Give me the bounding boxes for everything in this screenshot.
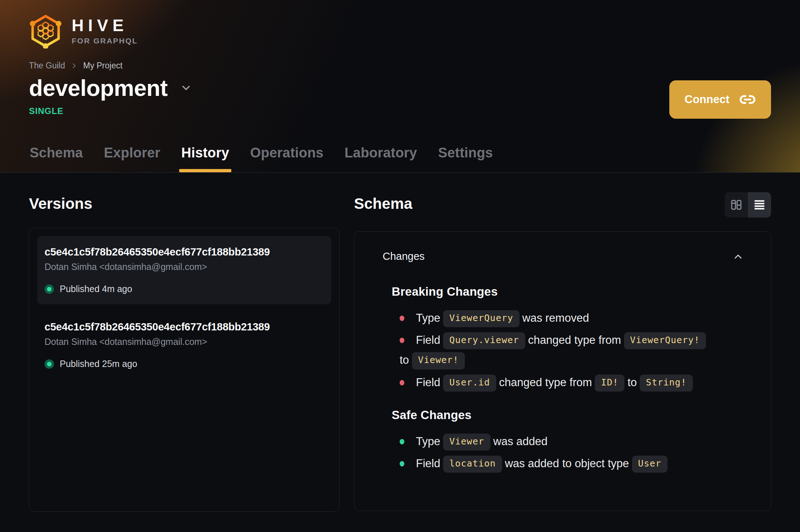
- breadcrumb-project[interactable]: My Project: [83, 61, 123, 71]
- tab-history[interactable]: History: [181, 145, 230, 172]
- connect-button[interactable]: Connect: [669, 80, 771, 119]
- published-status-icon: [45, 359, 54, 369]
- change-list: TypeViewerQuerywas removedFieldQuery.vie…: [392, 308, 744, 392]
- page-title: development: [29, 75, 168, 101]
- versions-panel: c5e4c1c5f78b26465350e4ecf677cf188bb21389…: [29, 228, 340, 512]
- versions-column: Versions c5e4c1c5f78b26465350e4ecf677cf1…: [29, 195, 340, 512]
- changes-title: Changes: [383, 250, 425, 262]
- tab-bar: SchemaExplorerHistoryOperationsLaborator…: [29, 145, 494, 172]
- breadcrumb: The Guild My Project: [29, 61, 771, 71]
- code-chip: ID!: [595, 375, 624, 392]
- change-bullet-icon: [400, 380, 404, 385]
- code-chip: Viewer!: [412, 352, 465, 369]
- version-card[interactable]: c5e4c1c5f78b26465350e4ecf677cf188bb21389…: [37, 311, 331, 379]
- change-segment-group: toViewer!: [400, 354, 468, 366]
- hive-app: HIVE FOR GRAPHQL The Guild My Project de…: [0, 0, 800, 532]
- changes-sections: Breaking ChangesTypeViewerQuerywas remov…: [383, 285, 744, 473]
- change-item: TypeViewerwas added: [400, 431, 744, 451]
- version-status-text: Published 25m ago: [60, 359, 137, 369]
- change-bullet-icon: [400, 439, 404, 444]
- version-author: Dotan Simha <dotansimha@gmail.com>: [45, 262, 324, 272]
- version-list: c5e4c1c5f78b26465350e4ecf677cf188bb21389…: [37, 236, 331, 379]
- list-rows-icon: [753, 198, 766, 211]
- change-bullet-icon: [400, 461, 404, 466]
- tab-settings[interactable]: Settings: [437, 145, 494, 172]
- code-chip: Query.viewer: [443, 332, 525, 349]
- header: HIVE FOR GRAPHQL The Guild My Project de…: [0, 0, 800, 173]
- version-status-row: Published 4m ago: [45, 284, 324, 294]
- change-item: Fieldlocationwas added to object typeUse…: [400, 453, 744, 473]
- tab-operations[interactable]: Operations: [249, 145, 324, 172]
- view-toggle: [725, 192, 771, 218]
- change-list: TypeViewerwas addedFieldlocationwas adde…: [392, 431, 744, 473]
- schema-heading: Schema: [354, 195, 412, 212]
- brand-text: HIVE FOR GRAPHQL: [72, 17, 138, 45]
- version-hash: c5e4c1c5f78b26465350e4ecf677cf188bb21389: [45, 246, 324, 258]
- change-item: FieldQuery.viewerchanged type fromViewer…: [400, 330, 744, 370]
- change-item: TypeViewerQuerywas removed: [400, 308, 744, 328]
- code-chip: ViewerQuery: [443, 310, 519, 327]
- code-chip: User: [632, 456, 668, 473]
- changes-panel: Changes Breaking ChangesTypeViewerQueryw…: [354, 231, 771, 511]
- target-switcher-chevron-down-icon[interactable]: [180, 82, 192, 94]
- version-hash: c5e4c1c5f78b26465350e4ecf677cf188bb21389: [45, 321, 324, 333]
- tab-explorer[interactable]: Explorer: [103, 145, 161, 172]
- chevron-right-icon: [70, 62, 78, 70]
- collapse-chevron-up-icon[interactable]: [732, 251, 744, 262]
- versions-heading: Versions: [29, 195, 340, 212]
- change-section: Breaking ChangesTypeViewerQuerywas remov…: [383, 285, 744, 392]
- brand-name: HIVE: [72, 17, 138, 34]
- change-section-title: Breaking Changes: [392, 285, 744, 299]
- connect-label: Connect: [685, 93, 729, 106]
- main-content: Versions c5e4c1c5f78b26465350e4ecf677cf1…: [0, 173, 800, 512]
- code-chip: ViewerQuery!: [624, 332, 706, 349]
- change-bullet-icon: [400, 316, 404, 321]
- code-chip: location: [443, 456, 502, 473]
- brand-tagline: FOR GRAPHQL: [72, 37, 138, 45]
- brand-logo[interactable]: HIVE FOR GRAPHQL: [29, 14, 195, 48]
- code-chip: String!: [640, 375, 692, 392]
- columns-layout-icon: [730, 198, 743, 211]
- view-toggle-list-button[interactable]: [748, 192, 771, 218]
- version-status-text: Published 4m ago: [60, 284, 132, 294]
- version-status-row: Published 25m ago: [45, 359, 324, 369]
- hive-hexagon-icon: [29, 14, 62, 48]
- changes-header: Changes: [383, 250, 744, 262]
- tab-schema[interactable]: Schema: [29, 145, 84, 172]
- change-item: FieldUser.idchanged type fromID!toString…: [400, 372, 744, 392]
- change-section-title: Safe Changes: [392, 408, 744, 422]
- schema-column: Schema: [354, 195, 771, 512]
- change-section: Safe ChangesTypeViewerwas addedFieldloca…: [383, 408, 744, 473]
- target-mode-badge: SINGLE: [29, 106, 771, 116]
- breadcrumb-organization[interactable]: The Guild: [29, 61, 65, 71]
- published-status-icon: [45, 284, 54, 294]
- code-chip: Viewer: [443, 434, 490, 451]
- view-toggle-columns-button[interactable]: [725, 192, 748, 218]
- target-title-row: development: [29, 75, 771, 101]
- code-chip: User.id: [443, 375, 496, 392]
- link-icon: [739, 91, 756, 108]
- change-bullet-icon: [400, 338, 404, 343]
- schema-header-row: Schema: [354, 195, 771, 218]
- version-author: Dotan Simha <dotansimha@gmail.com>: [45, 337, 324, 347]
- version-card[interactable]: c5e4c1c5f78b26465350e4ecf677cf188bb21389…: [37, 236, 331, 304]
- tab-laboratory[interactable]: Laboratory: [344, 145, 418, 172]
